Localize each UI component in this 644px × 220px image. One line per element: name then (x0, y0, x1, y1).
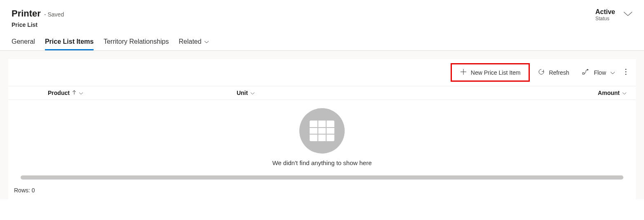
column-product[interactable]: Product (48, 90, 83, 96)
svg-rect-4 (310, 121, 334, 141)
empty-state: We didn't find anything to show here (8, 100, 636, 171)
chevron-down-icon (250, 90, 255, 96)
svg-point-2 (625, 71, 627, 73)
new-price-list-item-button[interactable]: New Price List Item (455, 66, 526, 79)
empty-message: We didn't find anything to show here (272, 159, 371, 166)
subgrid-toolbar: New Price List Item Refresh Flow (8, 59, 636, 86)
chevron-down-icon (622, 90, 627, 96)
sort-ascending-icon (72, 90, 76, 96)
plus-icon (460, 69, 467, 76)
column-unit[interactable]: Unit (237, 90, 255, 96)
flow-icon (582, 69, 590, 76)
chevron-down-icon (610, 69, 615, 76)
svg-point-3 (625, 74, 627, 75)
tab-related[interactable]: Related (179, 38, 209, 50)
tab-territory-relationships[interactable]: Territory Relationships (103, 38, 169, 50)
status-value: Active (595, 8, 615, 16)
chevron-down-icon (204, 38, 209, 45)
highlight-annotation: New Price List Item (451, 63, 530, 82)
entity-label: Price List (12, 21, 64, 28)
tab-general[interactable]: General (12, 38, 35, 50)
horizontal-scrollbar[interactable] (21, 175, 623, 180)
record-header: Printer - Saved Price List Active Status (0, 0, 644, 28)
tab-bar: General Price List Items Territory Relat… (0, 28, 644, 51)
expand-header-icon[interactable] (623, 11, 632, 18)
record-title: Printer (12, 8, 41, 19)
flow-button[interactable]: Flow (577, 66, 620, 78)
column-amount[interactable]: Amount (598, 90, 627, 96)
table-header-row: Product Unit Amount (8, 86, 636, 100)
svg-rect-0 (583, 73, 584, 74)
refresh-button[interactable]: Refresh (533, 66, 574, 79)
empty-grid-icon (299, 108, 345, 154)
svg-point-1 (625, 69, 627, 70)
status-field[interactable]: Active Status (595, 8, 615, 21)
refresh-icon (538, 69, 545, 76)
saved-indicator: - Saved (44, 11, 64, 18)
rows-count: Rows: 0 (8, 180, 636, 199)
tab-price-list-items[interactable]: Price List Items (45, 38, 94, 50)
status-label: Status (595, 16, 609, 21)
chevron-down-icon (79, 90, 83, 96)
more-commands-button[interactable] (623, 66, 628, 79)
vertical-dots-icon (625, 69, 627, 76)
